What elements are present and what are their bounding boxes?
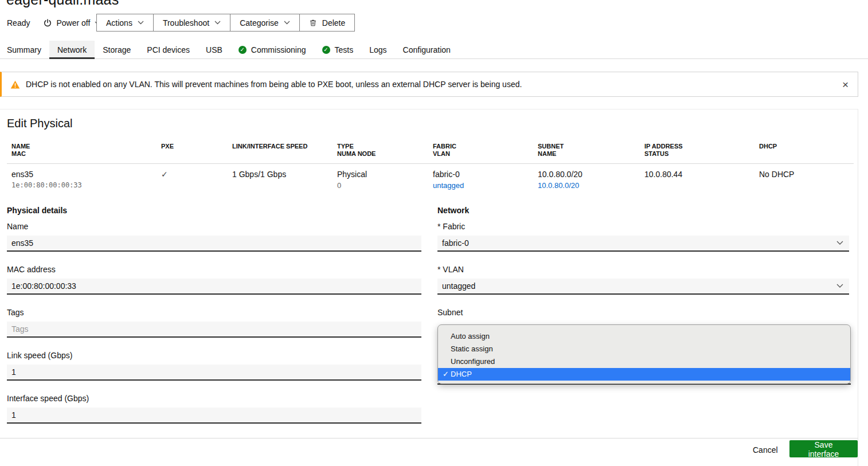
tab-label: Network — [57, 45, 87, 54]
chevron-down-icon — [836, 241, 843, 245]
col-name-mac: NAMEMAC — [11, 143, 161, 158]
tab-label: Logs — [369, 45, 386, 54]
interface-table: NAMEMAC PXE LINK/INTERFACE SPEED TYPENUM… — [7, 143, 854, 190]
cell-link-speed: 1 Gbps/1 Gbps — [232, 169, 337, 190]
tab-label: Storage — [103, 45, 131, 54]
col-subnet-name: SUBNETNAME — [538, 143, 644, 158]
machine-tabs: Summary Network Storage PCI devices USB … — [0, 41, 868, 59]
option-label: Auto assign — [451, 332, 490, 340]
link-speed-field[interactable] — [7, 365, 421, 381]
cancel-button[interactable]: Cancel — [745, 441, 786, 459]
option-label: DHCP — [451, 370, 472, 378]
col-ip-status: IP ADDRESSSTATUS — [644, 143, 759, 158]
tab-storage[interactable]: Storage — [95, 41, 139, 59]
close-icon[interactable]: × — [840, 77, 851, 92]
subnet-label: Subnet — [437, 308, 849, 317]
power-dropdown-button[interactable]: Power off — [44, 18, 101, 28]
chevron-down-icon — [214, 21, 221, 25]
machine-title: eager-quail.maas — [6, 0, 119, 8]
tab-label: Tests — [335, 45, 354, 54]
interface-speed-field[interactable] — [7, 408, 421, 424]
tab-pci-devices[interactable]: PCI devices — [139, 41, 198, 59]
numa-node-value: 0 — [337, 181, 433, 190]
tab-usb[interactable]: USB — [198, 41, 230, 59]
categorise-button[interactable]: Categorise — [230, 14, 300, 31]
edit-physical-title: Edit Physical — [7, 117, 73, 130]
link-speed-value: 1 Gbps/1 Gbps — [232, 169, 337, 179]
option-label: Static assign — [451, 344, 493, 353]
tab-label: PCI devices — [147, 45, 190, 54]
tags-field[interactable] — [7, 322, 421, 338]
machine-details-page: eager-quail.maas Ready Power off Actions — [0, 0, 868, 466]
mac-address-field[interactable] — [7, 279, 421, 295]
tab-label: Configuration — [403, 45, 451, 54]
cell-pxe: ✓ — [161, 169, 232, 190]
success-check-icon: ✓ — [238, 46, 247, 54]
col-type-numa: TYPENUMA NODE — [337, 143, 433, 158]
power-label: Power off — [56, 18, 90, 28]
tab-network[interactable]: Network — [49, 41, 95, 59]
ip-address-value: 10.0.80.44 — [644, 169, 759, 179]
pxe-check-icon: ✓ — [161, 169, 232, 179]
machine-action-button-group: Actions Troubleshoot Categorise — [96, 14, 355, 32]
col-fabric-vlan: FABRICVLAN — [433, 143, 538, 158]
subnet-option-auto-assign[interactable]: Auto assign — [438, 330, 850, 343]
cell-dhcp: No DHCP — [759, 169, 849, 190]
vlan-link[interactable]: untagged — [433, 181, 538, 190]
chevron-down-icon — [836, 284, 843, 288]
cell-ip-status: 10.0.80.44 — [644, 169, 759, 190]
fabric-selected-value: fabric-0 — [442, 238, 469, 248]
cell-fabric-vlan: fabric-0 untagged — [433, 169, 538, 190]
vlan-select[interactable]: untagged — [437, 279, 849, 295]
col-dhcp: DHCP — [759, 143, 849, 158]
cell-subnet-name: 10.0.80.0/20 10.0.80.0/20 — [538, 169, 644, 190]
tab-commissioning[interactable]: ✓ Commissioning — [230, 41, 314, 59]
troubleshoot-button[interactable]: Troubleshoot — [154, 14, 230, 31]
edit-physical-card: Edit Physical NAMEMAC PXE LINK/INTERFACE… — [0, 109, 858, 466]
fabric-select[interactable]: fabric-0 — [437, 236, 849, 252]
power-icon — [44, 19, 52, 27]
chevron-down-icon — [138, 21, 144, 25]
interface-speed-label: Interface speed (Gbps) — [7, 394, 421, 403]
tab-label: Commissioning — [251, 45, 306, 54]
subnet-option-static-assign[interactable]: Static assign — [438, 343, 850, 355]
tab-tests[interactable]: ✓ Tests — [314, 41, 362, 59]
selected-check-icon: ✓ — [441, 368, 450, 381]
dhcp-value: No DHCP — [759, 169, 849, 179]
tab-logs[interactable]: Logs — [361, 41, 394, 59]
interface-name: ens35 — [11, 169, 161, 179]
network-heading: Network — [437, 206, 849, 215]
save-interface-button[interactable]: Save interface — [789, 440, 858, 457]
dhcp-warning-banner: DHCP is not enabled on any VLAN. This wi… — [0, 72, 858, 97]
tab-configuration[interactable]: Configuration — [395, 41, 459, 59]
network-section: Network * Fabric fabric-0 * VLAN untagge… — [437, 206, 849, 317]
cell-type-numa: Physical 0 — [337, 169, 433, 190]
name-label: Name — [7, 222, 421, 231]
warning-message: DHCP is not enabled on any VLAN. This wi… — [26, 80, 522, 89]
success-check-icon: ✓ — [322, 46, 330, 54]
actions-button[interactable]: Actions — [97, 14, 154, 31]
footer-divider — [0, 438, 858, 438]
tab-label: Summary — [7, 45, 41, 54]
interface-table-header: NAMEMAC PXE LINK/INTERFACE SPEED TYPENUM… — [7, 143, 854, 158]
interface-table-row: ens35 1e:00:80:00:00:33 ✓ 1 Gbps/1 Gbps … — [7, 164, 854, 190]
chevron-down-icon — [284, 21, 290, 25]
delete-label: Delete — [322, 18, 345, 28]
physical-details-heading: Physical details — [7, 206, 421, 215]
physical-details-section: Physical details Name MAC address Tags L… — [7, 206, 421, 424]
vlan-selected-value: untagged — [442, 281, 475, 291]
fabric-value: fabric-0 — [433, 169, 538, 179]
name-field[interactable] — [7, 236, 421, 252]
mac-address-label: MAC address — [7, 265, 421, 274]
categorise-label: Categorise — [240, 18, 279, 28]
delete-button[interactable]: Delete — [300, 14, 354, 31]
col-pxe: PXE — [161, 143, 232, 158]
tab-summary[interactable]: Summary — [0, 41, 49, 59]
actions-label: Actions — [106, 18, 132, 28]
subnet-name-link[interactable]: 10.0.80.0/20 — [538, 181, 644, 190]
fabric-label: * Fabric — [437, 222, 849, 231]
subnet-option-unconfigured[interactable]: Unconfigured — [438, 355, 850, 368]
subnet-option-dhcp[interactable]: ✓ DHCP — [438, 368, 850, 381]
warning-icon — [10, 80, 20, 89]
subnet-dropdown-menu: Auto assign Static assign Unconfigured ✓… — [437, 324, 851, 384]
